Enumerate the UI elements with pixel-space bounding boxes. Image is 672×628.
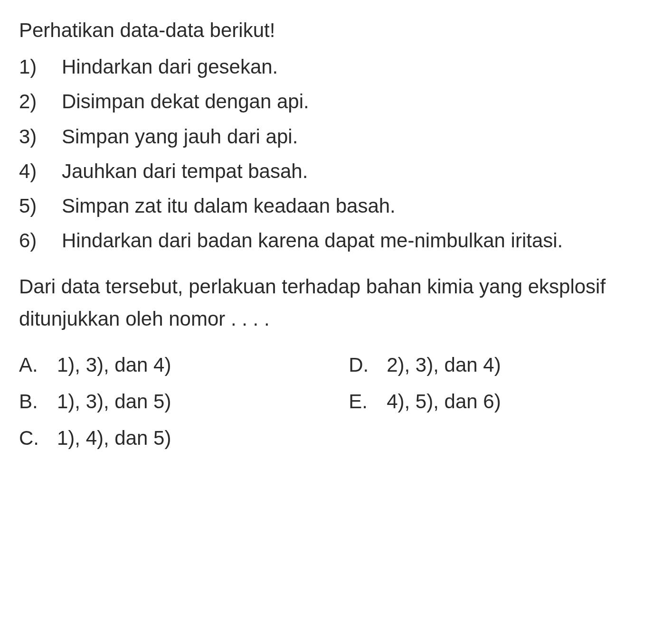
list-text: Jauhkan dari tempat basah. [62, 155, 653, 187]
list-text: Hindarkan dari badan karena dapat me-nim… [62, 225, 653, 256]
list-item: 6) Hindarkan dari badan karena dapat me-… [19, 225, 653, 256]
option-letter: A. [19, 349, 57, 381]
options-column-right: D. 2), 3), dan 4) E. 4), 5), dan 6) [349, 349, 653, 459]
list-text: Disimpan dekat dengan api. [62, 85, 653, 117]
options-column-left: A. 1), 3), dan 4) B. 1), 3), dan 5) C. 1… [19, 349, 349, 459]
list-item: 1) Hindarkan dari gesekan. [19, 51, 653, 83]
list-number: 2) [19, 85, 62, 117]
option-text: 1), 3), dan 4) [57, 349, 171, 381]
list-item: 4) Jauhkan dari tempat basah. [19, 155, 653, 187]
option-d[interactable]: D. 2), 3), dan 4) [349, 349, 653, 381]
list-text: Simpan zat itu dalam keadaan basah. [62, 190, 653, 222]
statement-list: 1) Hindarkan dari gesekan. 2) Disimpan d… [19, 51, 653, 256]
option-a[interactable]: A. 1), 3), dan 4) [19, 349, 349, 381]
option-text: 4), 5), dan 6) [387, 385, 501, 417]
list-number: 5) [19, 190, 62, 222]
option-letter: D. [349, 349, 387, 381]
list-number: 3) [19, 121, 62, 152]
list-number: 1) [19, 51, 62, 83]
list-number: 4) [19, 155, 62, 187]
list-text: Hindarkan dari gesekan. [62, 51, 653, 83]
list-item: 3) Simpan yang jauh dari api. [19, 121, 653, 152]
list-number: 6) [19, 225, 62, 256]
intro-text: Perhatikan data-data berikut! [19, 14, 653, 46]
options-container: A. 1), 3), dan 4) B. 1), 3), dan 5) C. 1… [19, 349, 653, 459]
list-text: Simpan yang jauh dari api. [62, 121, 653, 152]
option-b[interactable]: B. 1), 3), dan 5) [19, 385, 349, 417]
option-text: 1), 3), dan 5) [57, 385, 171, 417]
list-item: 5) Simpan zat itu dalam keadaan basah. [19, 190, 653, 222]
question-text: Dari data tersebut, perlakuan terhadap b… [19, 271, 653, 334]
option-c[interactable]: C. 1), 4), dan 5) [19, 422, 349, 454]
option-letter: B. [19, 385, 57, 417]
list-item: 2) Disimpan dekat dengan api. [19, 85, 653, 117]
option-text: 1), 4), dan 5) [57, 422, 171, 454]
option-letter: C. [19, 422, 57, 454]
option-text: 2), 3), dan 4) [387, 349, 501, 381]
option-letter: E. [349, 385, 387, 417]
option-e[interactable]: E. 4), 5), dan 6) [349, 385, 653, 417]
